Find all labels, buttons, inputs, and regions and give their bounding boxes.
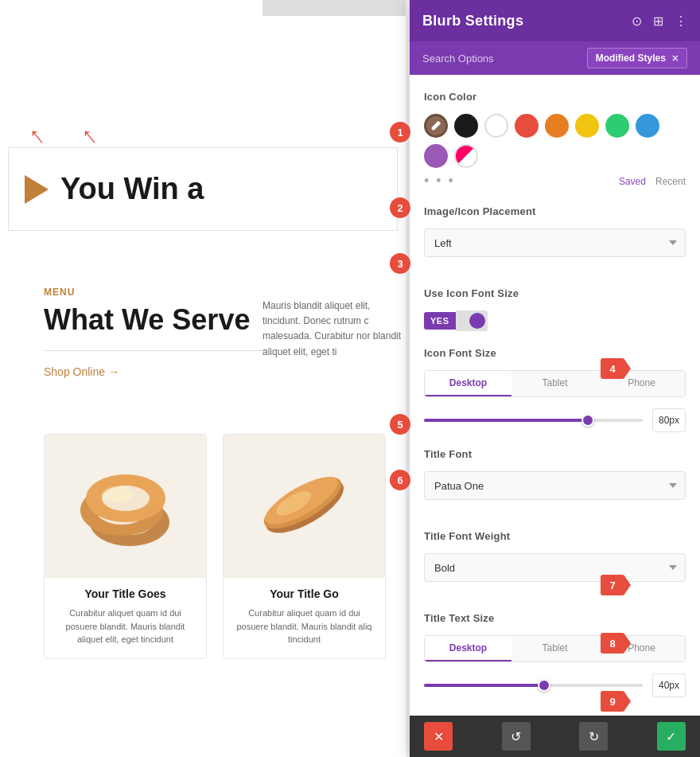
play-icon	[25, 175, 49, 204]
redo-button[interactable]: ↻	[579, 722, 608, 751]
win-title: You Win a	[60, 172, 204, 206]
swatch-green[interactable]	[605, 114, 629, 138]
step-badge-4: 4	[601, 358, 624, 379]
icon-font-size-thumb[interactable]	[581, 414, 594, 427]
svg-point-6	[102, 486, 134, 502]
swatch-white[interactable]	[484, 114, 508, 138]
title-font-weight-label: Title Font Weight	[424, 530, 686, 542]
step-badge-8: 8	[601, 633, 624, 654]
food-card-1: Your Title Goes Curabitur aliquet quam i…	[44, 434, 207, 659]
toggle-knob	[469, 313, 485, 329]
step-badge-1: 1	[390, 122, 410, 142]
saved-recent-tabs: Saved Recent	[619, 176, 686, 187]
food-card-1-title: Your Title Goes	[52, 587, 198, 600]
cancel-button[interactable]: ✕	[424, 722, 453, 751]
search-label[interactable]: Search Options	[422, 53, 587, 64]
title-text-size-device-tabs: Desktop Tablet Phone	[424, 635, 686, 662]
swatch-orange[interactable]	[545, 114, 569, 138]
swatch-yellow[interactable]	[575, 114, 599, 138]
swatch-black[interactable]	[454, 114, 478, 138]
redo-icon: ↻	[589, 729, 599, 744]
menu-divider	[44, 350, 266, 351]
tab-tablet-icon[interactable]: Tablet	[511, 371, 598, 396]
panel-search-bar: Search Options Modified Styles ×	[410, 41, 700, 75]
title-text-size-slider-row: 40px	[424, 673, 686, 697]
shop-link[interactable]: Shop Online →	[44, 365, 266, 378]
placement-label: Image/Icon Placement	[424, 205, 686, 217]
cancel-icon: ✕	[434, 729, 444, 744]
icon-font-size-value: 80px	[652, 408, 686, 432]
win-section: You Win a	[8, 147, 398, 231]
title-font-select[interactable]: Patua One Roboto Open Sans	[424, 471, 686, 500]
donut-svg	[62, 447, 189, 566]
title-text-size-fill	[424, 684, 544, 687]
panel-header-icons: ⊙ ⊞ ⋮	[632, 14, 687, 29]
color-picker-button[interactable]	[424, 114, 448, 138]
icon-font-size-section: Icon Font Size Desktop Tablet Phone 80px	[424, 347, 686, 432]
top-bar	[262, 0, 406, 16]
icon-font-size-track[interactable]	[424, 419, 643, 422]
modified-styles-badge[interactable]: Modified Styles ×	[587, 48, 687, 68]
pencil-icon	[430, 120, 441, 131]
confirm-button[interactable]: ✓	[657, 722, 686, 751]
tab-desktop-title[interactable]: Desktop	[425, 636, 511, 661]
title-text-size-section: Title Text Size Desktop Tablet Phone 40p…	[424, 612, 686, 697]
layout-icon[interactable]: ⊞	[653, 14, 663, 29]
use-icon-font-size-section: Use Icon Font Size YES	[424, 287, 686, 331]
swatch-blue[interactable]	[636, 114, 659, 138]
food-card-1-body: Curabitur aliquet quam id dui posuere bl…	[45, 607, 206, 646]
more-icon[interactable]: ⋮	[675, 14, 687, 29]
food-image-2	[224, 435, 385, 578]
more-swatches-icon[interactable]: • • •	[424, 173, 455, 189]
confirm-icon: ✓	[666, 729, 676, 744]
title-text-size-label: Title Text Size	[424, 612, 686, 624]
tab-tablet-title[interactable]: Tablet	[511, 636, 598, 661]
camera-icon[interactable]: ⊙	[632, 14, 642, 29]
title-font-weight-select[interactable]: Bold Normal Light	[424, 553, 686, 582]
icon-color-section: Icon Color • • • S	[424, 91, 686, 189]
icon-color-label: Icon Color	[424, 91, 686, 103]
food-card-2: Your Title Go Curabitur aliquet quam id …	[223, 434, 386, 659]
food-card-2-title: Your Title Go	[231, 587, 377, 600]
menu-title: What We Serve	[44, 304, 266, 336]
saved-tab[interactable]: Saved	[619, 176, 646, 187]
badge-close-icon[interactable]: ×	[672, 52, 679, 64]
icon-font-size-device-tabs: Desktop Tablet Phone	[424, 370, 686, 397]
title-font-weight-section: Title Font Weight Bold Normal Light	[424, 530, 686, 596]
title-text-size-thumb[interactable]	[538, 679, 550, 692]
title-text-size-track[interactable]	[424, 684, 643, 687]
menu-label: MENU	[44, 287, 266, 298]
toggle-slider[interactable]	[456, 310, 488, 331]
toggle-yes-label: YES	[424, 312, 456, 330]
undo-icon: ↺	[511, 729, 521, 744]
tab-desktop-icon[interactable]: Desktop	[425, 371, 511, 396]
icon-font-size-label: Icon Font Size	[424, 347, 686, 359]
icon-font-size-slider-row: 80px	[424, 408, 686, 432]
panel-title: Blurb Settings	[422, 13, 523, 29]
swatch-custom[interactable]	[454, 144, 478, 168]
panel-content: Icon Color • • • S	[410, 75, 700, 716]
food-image-1	[45, 435, 206, 578]
modified-styles-label: Modified Styles	[596, 53, 666, 64]
toggle-row: YES	[424, 310, 686, 331]
content-text: Mauris blandit aliquet elit, tincidunt. …	[262, 299, 406, 360]
color-swatches	[424, 114, 686, 168]
title-font-label: Title Font	[424, 448, 686, 460]
placement-section: Image/Icon Placement Left Right Top Bott…	[424, 205, 686, 271]
undo-button[interactable]: ↺	[502, 722, 531, 751]
panel-header: Blurb Settings ⊙ ⊞ ⋮	[410, 0, 700, 41]
settings-panel: Blurb Settings ⊙ ⊞ ⋮ Search Options Modi…	[410, 0, 700, 757]
step-badge-6: 6	[390, 470, 410, 490]
swatch-purple[interactable]	[424, 144, 448, 168]
title-text-size-value: 40px	[652, 673, 686, 697]
title-font-section: Title Font Patua One Roboto Open Sans	[424, 448, 686, 514]
step-badge-5: 5	[390, 414, 410, 435]
step-badge-2: 2	[390, 197, 410, 218]
page-content: ↓ ↓ You Win a MENU What We Serve Shop On…	[0, 0, 406, 757]
recent-tab[interactable]: Recent	[655, 176, 686, 187]
placement-select[interactable]: Left Right Top Bottom	[424, 228, 686, 257]
step-badge-9: 9	[601, 691, 624, 712]
bread-svg	[241, 447, 368, 566]
panel-footer: ✕ ↺ ↻ ✓	[410, 716, 700, 757]
swatch-red[interactable]	[515, 114, 539, 138]
